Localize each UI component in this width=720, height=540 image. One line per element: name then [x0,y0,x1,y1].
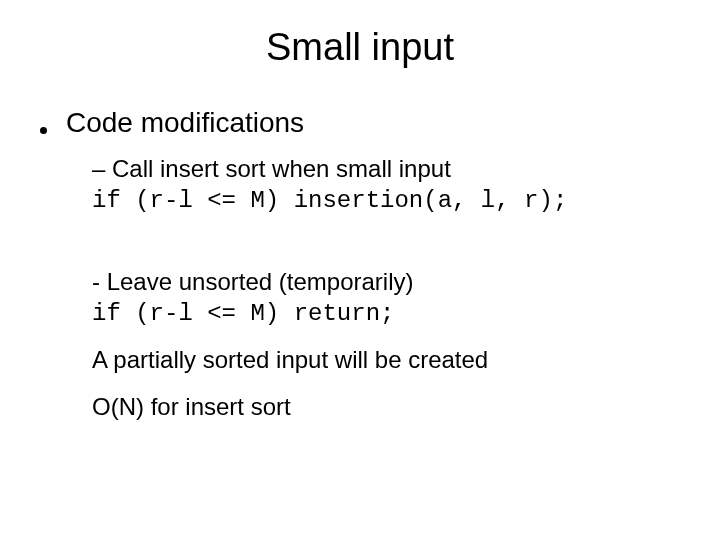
bullet-dot-icon [40,107,66,143]
sub1-heading: Call insert sort when small input [92,153,680,185]
spacer [40,218,680,266]
slide: Small input Code modifications Call inse… [0,0,720,540]
bullet-level1: Code modifications [40,107,680,143]
note-line-2: O(N) for insert sort [40,388,680,425]
sub2-heading: Leave unsorted (temporarily) [92,266,680,298]
level1-text: Code modifications [66,107,304,139]
sub2-code: if (r-l <= M) return; [92,298,680,330]
slide-body: Code modifications Call insert sort when… [0,107,720,425]
sub-block-1: Call insert sort when small input if (r-… [40,153,680,218]
slide-title: Small input [0,0,720,89]
sub1-code: if (r-l <= M) insertion(a, l, r); [92,185,680,217]
sub-block-2: Leave unsorted (temporarily) if (r-l <= … [40,266,680,331]
note-line-1: A partially sorted input will be created [40,341,680,378]
